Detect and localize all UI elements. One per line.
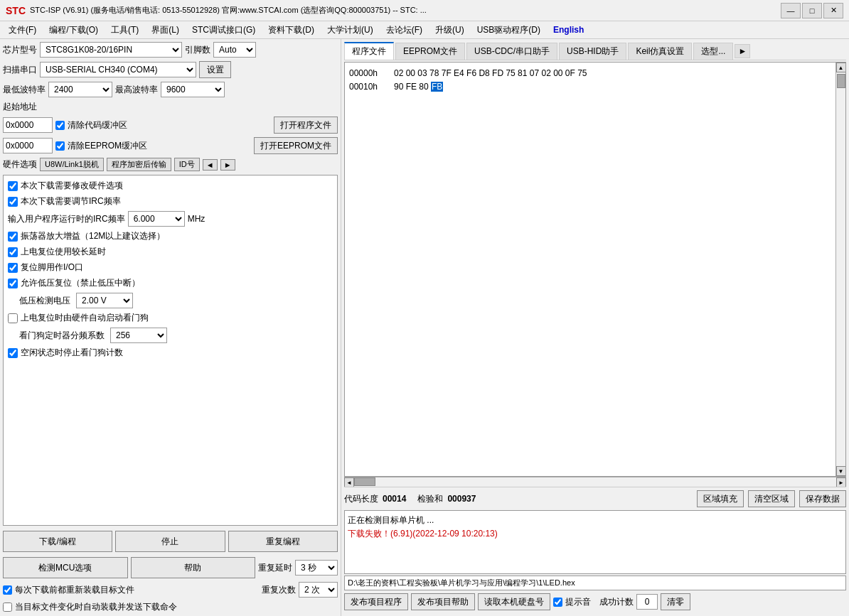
stop-button[interactable]: 停止 xyxy=(115,531,225,552)
hw-cb4[interactable] xyxy=(8,232,18,242)
close-button[interactable]: ✕ xyxy=(823,3,843,18)
port-select[interactable]: USB-SERIAL CH340 (COM4) xyxy=(40,62,196,77)
sound-check[interactable] xyxy=(553,598,562,607)
auto-send-check[interactable] xyxy=(3,603,12,612)
hw-cb2[interactable] xyxy=(8,197,18,207)
bottom-row2: 检测MCU选项 帮助 重复延时 3 秒 xyxy=(3,557,338,578)
hw-cb6[interactable] xyxy=(8,263,18,273)
publish-prog-button[interactable]: 发布项目程序 xyxy=(344,593,408,610)
hw-tab3[interactable]: ID号 xyxy=(174,158,200,171)
menu-upgrade[interactable]: 升级(U) xyxy=(429,23,470,38)
horiz-thumb[interactable] xyxy=(354,477,375,486)
menu-english[interactable]: English xyxy=(548,23,589,36)
max-baud-label: 最高波特率 xyxy=(115,84,158,96)
repeat-delay-select[interactable]: 3 秒 xyxy=(295,560,338,576)
menu-bar: 文件(F) 编程/下载(O) 工具(T) 界面(L) STC调试接口(G) 资料… xyxy=(0,21,849,39)
tab-eeprom-file[interactable]: EEPROM文件 xyxy=(395,43,465,60)
hw-cb1[interactable] xyxy=(8,181,18,191)
hw-cb9-row: 上电复位时由硬件自动启动看门狗 xyxy=(8,312,333,324)
menu-university[interactable]: 大学计划(U) xyxy=(321,23,379,38)
clear-count-button[interactable]: 清零 xyxy=(661,593,690,610)
success-count-label: 成功计数 xyxy=(599,596,634,608)
hex-bytes-1: 90 FE 80 FB xyxy=(394,80,443,94)
horiz-right-button[interactable]: ► xyxy=(836,477,846,487)
scroll-up-button[interactable]: ▲ xyxy=(836,63,846,72)
publish-help-button[interactable]: 发布项目帮助 xyxy=(411,593,475,610)
hw-cb11[interactable] xyxy=(8,348,18,358)
hw-tab-arrow-left[interactable]: ◄ xyxy=(203,159,218,171)
menu-forum[interactable]: 去论坛(F) xyxy=(380,23,428,38)
scroll-down-button[interactable]: ▼ xyxy=(836,466,846,476)
clear-code-check[interactable] xyxy=(55,121,65,130)
menu-program[interactable]: 编程/下载(O) xyxy=(43,23,104,38)
tab-bar: 程序文件 EEPROM文件 USB-CDC/串口助手 USB-HID助手 Kei… xyxy=(344,42,846,60)
pin-select[interactable]: Auto xyxy=(213,42,256,58)
hw-cb11-row: 空闲状态时停止看门狗计数 xyxy=(8,347,333,359)
bottom-buttons-row1: 下载/编程 停止 重复编程 xyxy=(3,528,338,555)
minimize-button[interactable]: — xyxy=(781,3,801,18)
menu-debug[interactable]: STC调试接口(G) xyxy=(186,23,261,38)
hex-highlight: FB xyxy=(431,82,443,92)
settings-button[interactable]: 设置 xyxy=(199,61,231,78)
repeat-button[interactable]: 重复编程 xyxy=(228,531,338,552)
reload-check[interactable] xyxy=(3,585,12,595)
tab-prog-file[interactable]: 程序文件 xyxy=(344,42,394,60)
tab-usb-hid[interactable]: USB-HID助手 xyxy=(559,43,626,60)
hw-cb1-row: 本次下载需要修改硬件选项 xyxy=(8,180,333,192)
max-baud-select[interactable]: 9600 xyxy=(161,82,225,97)
horiz-scrollbar[interactable]: ◄ ► xyxy=(344,477,846,487)
repeat-count-label: 重复次数 xyxy=(262,584,296,596)
success-count-input[interactable] xyxy=(636,594,658,610)
freq-select[interactable]: 6.000 xyxy=(128,211,185,227)
addr1-input[interactable] xyxy=(3,117,53,133)
bottom-action-bar: 发布项目程序 发布项目帮助 读取本机硬盘号 提示音 成功计数 清零 xyxy=(344,590,846,613)
hw-cb9[interactable] xyxy=(8,313,18,323)
code-length-value: 00014 xyxy=(383,494,406,504)
hex-bytes-0: 02 00 03 78 7F E4 F6 D8 FD 75 81 07 02 0… xyxy=(394,67,587,80)
help-button[interactable]: 帮助 xyxy=(131,557,256,578)
menu-usb[interactable]: USB驱动程序(D) xyxy=(471,23,546,38)
menu-download[interactable]: 资料下载(D) xyxy=(262,23,320,38)
menu-file[interactable]: 文件(F) xyxy=(3,23,42,38)
scroll-thumb[interactable] xyxy=(837,74,845,88)
voltage-select[interactable]: 2.00 V xyxy=(76,293,133,308)
open-prog-file-button[interactable]: 打开程序文件 xyxy=(274,117,338,134)
menu-tools[interactable]: 工具(T) xyxy=(105,23,144,38)
chip-select[interactable]: STC8G1K08-20/16PIN xyxy=(40,42,182,58)
menu-interface[interactable]: 界面(L) xyxy=(146,23,185,38)
tab-keil[interactable]: Keil仿真设置 xyxy=(628,43,692,60)
addr2-input[interactable] xyxy=(3,138,53,153)
start-addr-row: 起始地址 xyxy=(3,101,338,113)
hw-cb3-label: 输入用户程序运行时的IRC频率 xyxy=(8,213,125,225)
fill-button[interactable]: 区域填充 xyxy=(697,490,744,507)
clear-area-button[interactable]: 清空区域 xyxy=(748,490,795,507)
hw-tab-arrow-right[interactable]: ► xyxy=(220,159,235,171)
window-title: STC-ISP (V6.91) (服务电话/销售电话: 0513-5501292… xyxy=(30,5,427,16)
hw-cb5[interactable] xyxy=(8,247,18,257)
watchdog-select[interactable]: 256 xyxy=(110,328,167,343)
hw-cb8-row: 低压检测电压 2.00 V xyxy=(8,293,333,308)
detect-mcu-button[interactable]: 检测MCU选项 xyxy=(3,557,128,578)
hw-cb7[interactable] xyxy=(8,279,18,288)
tab-arrow[interactable]: ► xyxy=(735,44,750,58)
clear-eeprom-check[interactable] xyxy=(55,141,65,151)
hw-tab1[interactable]: U8W/Link1脱机 xyxy=(40,158,104,171)
horiz-left-button[interactable]: ◄ xyxy=(344,477,354,487)
hw-tab2[interactable]: 程序加密后传输 xyxy=(107,158,171,171)
log-area: 正在检测目标单片机 ... 下载失败！(6.91)(2022-12-09 10:… xyxy=(344,510,846,574)
log-line-0: 正在检测目标单片机 ... xyxy=(348,514,843,527)
open-eeprom-file-button[interactable]: 打开EEPROM文件 xyxy=(254,137,338,154)
tab-select[interactable]: 选型... xyxy=(693,43,733,60)
auto-send-label: 当目标文件变化时自动装载并发送下载命令 xyxy=(15,601,177,613)
read-disk-button[interactable]: 读取本机硬盘号 xyxy=(478,593,550,610)
save-data-button[interactable]: 保存数据 xyxy=(799,490,846,507)
repeat-count-select[interactable]: 2 次 xyxy=(299,582,338,598)
hex-line-1: 00010h 90 FE 80 FB xyxy=(349,80,831,94)
download-button[interactable]: 下载/编程 xyxy=(3,531,112,552)
hex-scrollbar[interactable]: ▲ ▼ xyxy=(835,63,845,476)
min-baud-select[interactable]: 2400 xyxy=(48,82,112,97)
maximize-button[interactable]: □ xyxy=(802,3,822,18)
hex-addr-1: 00010h xyxy=(349,80,388,94)
tab-usb-cdc[interactable]: USB-CDC/串口助手 xyxy=(466,43,557,60)
pin-label: 引脚数 xyxy=(185,44,210,56)
